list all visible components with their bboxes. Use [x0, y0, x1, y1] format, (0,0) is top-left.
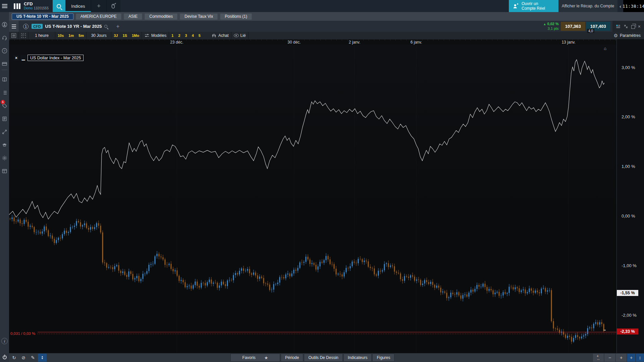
linked-button[interactable]: Lié [231, 32, 249, 39]
x-tick-label: 6 janv. [411, 40, 422, 45]
svg-text:?: ? [4, 49, 5, 52]
range-button[interactable]: 30 Jours [87, 32, 111, 39]
chart-toolbar: 1 heure 10s 1m 5m 30 Jours 3J 1S 1Mo Mod… [9, 32, 644, 39]
settings-button[interactable]: ⚙ Paramètres [613, 33, 644, 38]
layout-grid-button[interactable] [19, 32, 29, 39]
screener-icon[interactable] [0, 127, 9, 137]
close-icon[interactable]: × [638, 24, 641, 29]
timeframe-button[interactable]: 1 heure [29, 32, 55, 39]
data-list-button[interactable] [9, 32, 19, 39]
account-icon[interactable] [0, 19, 9, 29]
zoom-out-icon[interactable]: − [604, 354, 615, 362]
bottom-button-favoris[interactable]: Favoris★ [230, 354, 280, 362]
add-workspace-tab-button[interactable]: + [91, 0, 106, 12]
watchlist-tab[interactable]: Commodities [145, 13, 177, 20]
candlestick-icon [211, 33, 217, 38]
range-1mo-button[interactable]: 1Mo [129, 32, 142, 39]
chart-menu-icon[interactable] [9, 21, 19, 32]
alert-level-note: 0,031 / 0,03 % [10, 331, 35, 336]
draw-pencil-icon[interactable]: ✎ [29, 354, 37, 362]
bottom-button-outils-de-dessin[interactable]: Outils De Dessin [304, 354, 342, 362]
chart-plot[interactable]: 0,031 / 0,03 % ⌂ × ▁ US Dollar Index - M… [9, 45, 616, 353]
change-block: ▲ 0,02 % 3,1 pts [543, 22, 559, 31]
watchlist-tab[interactable]: Devise Taux Vix [180, 13, 218, 20]
price-alerts-icon[interactable]: 1 [0, 101, 9, 111]
help-icon[interactable]: ? [0, 46, 9, 56]
support-headset-icon[interactable] [0, 33, 9, 43]
auto-scroll-icon[interactable]: ▲▼ [38, 354, 47, 362]
y-tick-label: -1,00 % [622, 263, 642, 268]
chart-number-badge: 1 [23, 24, 29, 29]
alert-level-tag: -2,33 % [617, 328, 638, 335]
watchlist-tab[interactable]: US T-Note 10 YR - Mar 2025 [12, 13, 73, 20]
up-arrow-icon: ▲ [543, 22, 546, 26]
models-button[interactable]: Modèles [142, 32, 169, 39]
y-tick-label: 3,00 % [622, 65, 642, 70]
home-icon[interactable]: ⌂ [604, 46, 606, 51]
bottom-button-période[interactable]: Période [281, 354, 303, 362]
bottom-right-tools: +↔ − + + ↕ [593, 354, 644, 362]
erase-icon[interactable]: ⊘ [19, 354, 28, 362]
star-icon[interactable]: ★ [264, 355, 268, 360]
popout-icon[interactable] [631, 24, 635, 29]
bottom-button-figures[interactable]: Figures [372, 354, 394, 362]
workspace-tab-indices[interactable]: Indices [65, 0, 91, 12]
bottom-button-label: Favoris [243, 355, 256, 360]
chart-window-controls: × [612, 21, 644, 32]
model-slot-button[interactable]: 5 [196, 32, 203, 39]
orderbook-icon[interactable] [0, 74, 9, 84]
training-icon[interactable] [0, 140, 9, 150]
search-button[interactable] [53, 0, 65, 12]
bottom-button-indicateurs[interactable]: Indicateurs [343, 354, 372, 362]
y-tick-label: 1,00 % [622, 164, 642, 169]
tf-1m-button[interactable]: 1m [66, 32, 76, 39]
add-chart-tab-button[interactable]: + [116, 23, 119, 30]
model-slot-button[interactable]: 2 [176, 32, 182, 39]
buy-mode-button[interactable]: Achat [209, 32, 231, 39]
range-1s-button[interactable]: 1S [120, 32, 129, 39]
model-slot-button[interactable]: 1 [169, 32, 176, 39]
range-3j-button[interactable]: 3J [111, 32, 120, 39]
x-tick-label: 30 déc. [287, 40, 301, 45]
crosshair-icon[interactable]: + [627, 354, 635, 362]
payment-card-icon[interactable] [0, 59, 9, 69]
x-axis[interactable]: 23 déc.30 déc.2 janv.6 janv.13 janv. [9, 39, 616, 45]
workspace-icon[interactable] [0, 166, 9, 176]
overlay-title: US Dollar Index - Mar 2025 [28, 55, 84, 61]
overlay-close-icon[interactable]: × [13, 55, 19, 61]
mouse-settings-button[interactable] [106, 0, 120, 12]
fit-vertical-icon[interactable]: ↕ [636, 354, 644, 362]
power-icon[interactable] [2, 355, 7, 360]
settings-icon[interactable] [0, 153, 9, 163]
info-icon[interactable]: i [1, 338, 8, 344]
y-tick-label: -2,00 % [622, 313, 642, 318]
open-real-account-button[interactable]: Ouvrir unCompte Réel [509, 0, 558, 12]
instrument-search-button[interactable] [104, 25, 107, 28]
top-bar: CFD Demo 13201555 Indices + Ouvrir unCom… [0, 0, 644, 12]
watchlist-tab[interactable]: AMERICA EUROPE [76, 13, 121, 20]
price-scale-icon[interactable] [616, 24, 621, 29]
overlay-minimize-icon[interactable]: ▁ [20, 55, 26, 61]
news-icon[interactable] [0, 114, 9, 124]
person-plus-icon [512, 3, 519, 9]
model-slot-button[interactable]: 4 [190, 32, 196, 39]
mouse-icon [110, 3, 117, 9]
zoom-in-icon[interactable]: + [616, 354, 627, 362]
account-mode: Demo [24, 6, 33, 10]
instrument-type-badge: CFD [32, 24, 43, 29]
collapse-icon[interactable] [624, 24, 628, 29]
refresh-icon[interactable]: ↻ [10, 354, 18, 362]
watchlist-tab[interactable]: ASIE [124, 13, 142, 20]
main-menu-icon[interactable] [0, 0, 9, 12]
account-summary-link[interactable]: Afficher le Récap. du Compte [558, 0, 618, 12]
y-tick-label: 0,00 % [622, 214, 642, 219]
model-slot-button[interactable]: 3 [183, 32, 190, 39]
tf-10s-button[interactable]: 10s [55, 32, 66, 39]
watchlist-tab[interactable]: Positions (1) [220, 13, 252, 20]
account-info: CFD Demo 13201555 [24, 0, 49, 12]
fit-horizontal-icon[interactable]: +↔ [593, 354, 604, 362]
y-axis[interactable]: 3,00 %2,00 %1,00 %0,00 %-1,00 %-2,00 %-1… [616, 39, 644, 353]
tf-5m-button[interactable]: 5m [76, 32, 87, 39]
sell-price-button[interactable]: 107,363 [561, 22, 585, 31]
watchlist-icon[interactable] [0, 87, 9, 98]
